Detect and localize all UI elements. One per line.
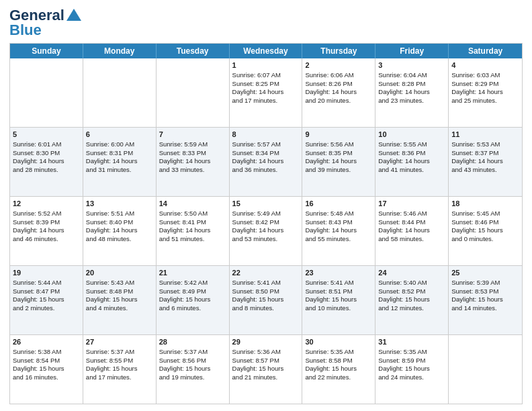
day-cell-7: 7Sunrise: 5:59 AMSunset: 8:33 PMDaylight… [157,128,230,196]
day-info-line: Sunset: 8:47 PM [13,287,80,296]
day-info-line: Daylight: 14 hours [305,88,372,97]
day-number: 10 [378,130,445,140]
day-info-line: Daylight: 14 hours [378,88,445,97]
logo-icon [66,9,81,21]
day-info-line: Sunrise: 5:53 AM [451,140,519,149]
day-cell-28: 28Sunrise: 5:37 AMSunset: 8:56 PMDayligh… [157,335,230,404]
day-number: 23 [305,268,372,278]
day-info-line: and 53 minutes. [232,235,300,244]
day-number: 15 [232,199,300,209]
header-day-sunday: Sunday [10,44,83,58]
day-number: 20 [86,268,153,278]
day-info-line: Daylight: 14 hours [378,157,445,166]
day-info-line: Sunrise: 5:57 AM [232,140,300,149]
day-info-line: Daylight: 15 hours [451,295,519,304]
day-info-line: Daylight: 14 hours [305,157,372,166]
calendar-row-2: 12Sunrise: 5:52 AMSunset: 8:39 PMDayligh… [10,197,522,266]
day-cell-20: 20Sunrise: 5:43 AMSunset: 8:48 PMDayligh… [83,266,157,334]
day-info-line: Sunset: 8:29 PM [451,80,519,89]
day-number: 24 [378,268,445,278]
header-day-monday: Monday [83,44,157,58]
day-info-line: Sunrise: 6:07 AM [232,71,300,80]
day-info-line: Sunset: 8:49 PM [159,287,226,296]
day-cell-5: 5Sunrise: 6:01 AMSunset: 8:30 PMDaylight… [10,128,83,196]
day-cell-1: 1Sunrise: 6:07 AMSunset: 8:25 PMDaylight… [230,58,303,127]
day-info-line: Daylight: 14 hours [451,157,519,166]
header-day-wednesday: Wednesday [230,44,303,58]
day-number: 1 [232,60,300,71]
day-info-line: Daylight: 15 hours [305,365,372,373]
day-info-line: Sunrise: 5:51 AM [86,210,153,218]
day-number: 30 [305,337,372,347]
day-info-line: Daylight: 14 hours [159,157,226,166]
day-info-line: Sunset: 8:28 PM [378,80,445,89]
day-info-line: Sunrise: 5:36 AM [232,348,300,357]
day-info-line: Daylight: 14 hours [13,157,80,166]
day-info-line: Sunrise: 5:42 AM [159,279,226,287]
day-info-line: Sunset: 8:30 PM [13,149,80,158]
calendar-row-1: 5Sunrise: 6:01 AMSunset: 8:30 PMDaylight… [10,128,522,197]
day-info-line: Sunset: 8:44 PM [378,218,445,227]
day-number: 17 [378,199,445,209]
day-info-line: Sunset: 8:56 PM [159,357,226,365]
day-info-line: Sunset: 8:51 PM [305,287,372,296]
day-cell-25: 25Sunrise: 5:39 AMSunset: 8:53 PMDayligh… [449,266,522,334]
day-info-line: Sunset: 8:42 PM [232,218,300,227]
day-number: 18 [451,199,519,209]
day-info-line: and 43 minutes. [451,166,519,175]
day-info-line: Sunrise: 5:52 AM [13,210,80,218]
day-info-line: Daylight: 14 hours [232,157,300,166]
day-info-line: Daylight: 15 hours [13,365,80,373]
day-info-line: and 10 minutes. [305,304,372,313]
day-cell-9: 9Sunrise: 5:56 AMSunset: 8:35 PMDaylight… [302,128,375,196]
day-info-line: Sunset: 8:34 PM [232,149,300,158]
day-cell-13: 13Sunrise: 5:51 AMSunset: 8:40 PMDayligh… [83,197,157,265]
day-number: 12 [13,199,80,209]
day-info-line: Daylight: 15 hours [232,295,300,304]
day-cell-17: 17Sunrise: 5:46 AMSunset: 8:44 PMDayligh… [375,197,449,265]
day-info-line: and 25 minutes. [451,97,519,105]
day-info-line: and 22 minutes. [305,373,372,382]
day-info-line: and 28 minutes. [13,166,80,175]
day-info-line: Sunset: 8:39 PM [13,218,80,227]
day-info-line: Sunrise: 5:43 AM [86,279,153,287]
day-info-line: and 33 minutes. [159,166,226,175]
day-cell-15: 15Sunrise: 5:49 AMSunset: 8:42 PMDayligh… [230,197,303,265]
day-number: 13 [86,199,153,209]
calendar-body: 1Sunrise: 6:07 AMSunset: 8:25 PMDaylight… [10,58,522,404]
calendar-row-0: 1Sunrise: 6:07 AMSunset: 8:25 PMDaylight… [10,58,522,128]
day-info-line: Daylight: 15 hours [232,365,300,373]
day-cell-16: 16Sunrise: 5:48 AMSunset: 8:43 PMDayligh… [302,197,375,265]
day-info-line: Sunrise: 6:04 AM [378,71,445,80]
day-info-line: and 0 minutes. [451,235,519,244]
day-cell-24: 24Sunrise: 5:40 AMSunset: 8:52 PMDayligh… [375,266,449,334]
day-info-line: and 36 minutes. [232,166,300,175]
day-info-line: and 23 minutes. [378,97,445,105]
day-info-line: and 48 minutes. [86,235,153,244]
day-number: 25 [451,268,519,278]
day-info-line: and 31 minutes. [86,166,153,175]
day-info-line: Daylight: 15 hours [13,295,80,304]
day-info-line: Daylight: 14 hours [159,226,226,235]
day-number: 8 [232,130,300,140]
day-number: 4 [451,60,519,71]
day-info-line: Daylight: 15 hours [451,226,519,235]
day-cell-23: 23Sunrise: 5:41 AMSunset: 8:51 PMDayligh… [302,266,375,334]
day-info-line: Sunrise: 5:38 AM [13,348,80,357]
day-number: 19 [13,268,80,278]
day-number: 29 [232,337,300,347]
day-info-line: Daylight: 15 hours [378,295,445,304]
day-info-line: Sunset: 8:36 PM [378,149,445,158]
day-info-line: and 6 minutes. [159,304,226,313]
day-cell-31: 31Sunrise: 5:35 AMSunset: 8:59 PMDayligh… [375,335,449,404]
day-info-line: and 2 minutes. [13,304,80,313]
day-cell-21: 21Sunrise: 5:42 AMSunset: 8:49 PMDayligh… [157,266,230,334]
day-info-line: Sunrise: 5:56 AM [305,140,372,149]
day-info-line: Sunrise: 5:46 AM [378,210,445,218]
day-number: 2 [305,60,372,71]
day-info-line: Daylight: 15 hours [378,365,445,373]
header: General Blue [9,7,523,39]
day-number: 31 [378,337,445,347]
day-info-line: and 16 minutes. [13,373,80,382]
day-cell-19: 19Sunrise: 5:44 AMSunset: 8:47 PMDayligh… [10,266,83,334]
